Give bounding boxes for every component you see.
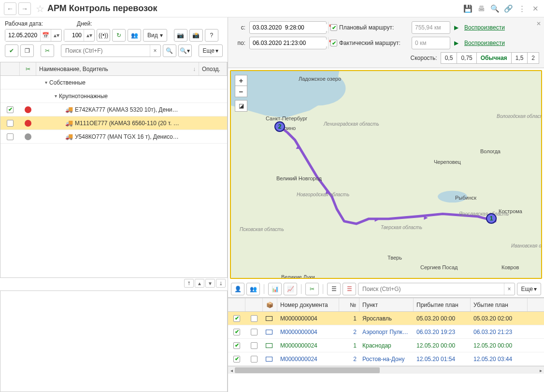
days-spinner[interactable]: ▴▾ bbox=[84, 29, 94, 41]
speed-option[interactable]: 2 bbox=[527, 52, 539, 64]
map-zoom-out[interactable]: − bbox=[235, 86, 247, 97]
col-name[interactable]: Наименование, Водитель bbox=[39, 66, 108, 73]
date-spinner[interactable]: ▴▾ bbox=[51, 29, 61, 41]
group-heavy[interactable]: Крупнотоннажные bbox=[59, 93, 108, 100]
preview-icon[interactable]: 🔍 bbox=[490, 4, 500, 14]
search-input[interactable]: × bbox=[61, 44, 161, 57]
check-all-button[interactable]: ✔ bbox=[5, 44, 18, 57]
row-checkbox[interactable]: ✔ bbox=[233, 329, 240, 335]
scroll-right-arrow[interactable]: ▸ bbox=[537, 366, 544, 374]
col-doc[interactable]: Номер документа bbox=[277, 298, 339, 311]
col-arrival[interactable]: Прибытие план bbox=[414, 298, 471, 311]
work-date-label: Рабочая дата: bbox=[5, 20, 43, 27]
list1-icon[interactable]: ☰ bbox=[327, 283, 341, 295]
play-planned-link[interactable]: Воспроизвести bbox=[464, 24, 505, 31]
tree-nav-bottom[interactable]: ⤓ bbox=[216, 279, 226, 288]
tree-nav-down[interactable]: ▼ bbox=[205, 279, 215, 288]
scroll-left-arrow[interactable]: ◂ bbox=[228, 366, 235, 374]
row-checkbox[interactable] bbox=[7, 133, 14, 140]
speed-option[interactable]: 1,5 bbox=[511, 52, 528, 64]
row-checkbox[interactable]: ✔ bbox=[233, 342, 240, 349]
map-zoom-in[interactable]: + bbox=[235, 75, 247, 86]
speed-option[interactable]: 0,75 bbox=[457, 52, 476, 64]
h-scrollbar[interactable]: ◂ ▸ bbox=[228, 366, 544, 374]
from-datetime-input[interactable]: 📅 bbox=[249, 21, 327, 34]
menu-dots-icon[interactable]: ⋮ bbox=[517, 4, 527, 14]
map-waypoint[interactable]: 2 bbox=[274, 121, 285, 132]
vehicle-row[interactable]: 🚚У548КО777 (MAN TGX 16 т), Денисо… bbox=[0, 130, 227, 144]
link-icon[interactable]: 🔗 bbox=[503, 4, 513, 14]
map-layers-icon[interactable]: ◪ bbox=[235, 100, 247, 112]
row-checkbox2[interactable] bbox=[251, 315, 258, 322]
vehicle-row[interactable]: 🚚М111ОЕ777 (КАМАЗ 6560-110 (20 т. … bbox=[0, 116, 227, 130]
play-icon[interactable]: ▶ bbox=[454, 40, 458, 46]
to-datetime-input[interactable]: 📅 bbox=[249, 37, 327, 49]
col-late[interactable]: Опозд. bbox=[202, 66, 220, 73]
vehicle-row[interactable]: ✔ 🚚Е742КА777 (КАМАЗ 5320 10т), Дени… bbox=[0, 103, 227, 116]
point-row[interactable]: ✔ М0000000004 2 Аэропорт Пулк… 06.03.20 … bbox=[228, 325, 544, 339]
search-go-icon[interactable]: 🔍 bbox=[163, 44, 176, 57]
route-panel-close-icon[interactable]: ✕ bbox=[536, 20, 541, 27]
speed-selector[interactable]: 0,50,75Обычная1,52 bbox=[441, 52, 539, 64]
map-waypoint[interactable]: 1 bbox=[486, 213, 497, 224]
departure-plan: 12.05.20 00:00 bbox=[471, 339, 528, 352]
view-mode-button[interactable]: Вид▾ bbox=[143, 29, 167, 42]
refresh-icon[interactable]: ↻ bbox=[112, 29, 126, 42]
points-search-input[interactable]: × bbox=[358, 283, 515, 295]
point-row[interactable]: ✔ М0000000004 1 Ярославль 05.03.20 00:00… bbox=[228, 312, 544, 325]
work-date-input[interactable]: 📅 ▴▾ bbox=[5, 29, 62, 42]
map-region-label: Тверская область bbox=[381, 225, 422, 230]
col-num[interactable]: № bbox=[339, 298, 359, 311]
row-checkbox[interactable]: ✔ bbox=[233, 356, 240, 363]
col-point[interactable]: Пункт bbox=[359, 298, 414, 311]
tree-nav-top[interactable]: ⤒ bbox=[184, 279, 194, 288]
col-departure[interactable]: Убытие план bbox=[471, 298, 528, 311]
row-checkbox2[interactable] bbox=[251, 342, 258, 349]
doc-number: М0000000004 bbox=[277, 312, 339, 325]
row-checkbox[interactable]: ✔ bbox=[7, 106, 14, 113]
more-actions-button[interactable]: Еще▾ bbox=[199, 44, 223, 57]
signal-icon[interactable]: ((•)) bbox=[97, 29, 110, 42]
search-clear-icon[interactable]: × bbox=[504, 283, 515, 295]
chart1-icon[interactable]: 📊 bbox=[268, 283, 282, 295]
row-checkbox[interactable] bbox=[7, 120, 14, 127]
point-row[interactable]: ✔ М0000000024 2 Ростов-на-Дону 12.05.20 … bbox=[228, 352, 544, 366]
help-icon[interactable]: ? bbox=[205, 29, 218, 42]
row-checkbox2[interactable] bbox=[251, 329, 258, 335]
nav-back-button[interactable]: ← bbox=[4, 2, 16, 15]
planned-route-checkbox[interactable]: ✔Плановый маршрут: bbox=[330, 24, 408, 31]
scroll-thumb[interactable] bbox=[235, 367, 380, 373]
map-region-label: Вологодская область bbox=[497, 114, 542, 119]
group-own[interactable]: Собственные bbox=[49, 79, 86, 86]
search-clear-icon[interactable]: × bbox=[150, 45, 160, 57]
play-icon[interactable]: ▶ bbox=[454, 24, 458, 31]
route-map[interactable]: + − ◪ Санкт-ПетербургВеликий Новг bbox=[230, 70, 542, 279]
route-tool-button[interactable]: ✂ bbox=[41, 44, 54, 57]
days-input[interactable]: ▴▾ bbox=[64, 29, 95, 42]
speed-option[interactable]: 0,5 bbox=[441, 52, 458, 64]
chart2-icon[interactable]: 📈 bbox=[284, 283, 297, 295]
play-actual-link[interactable]: Воспроизвести bbox=[464, 40, 505, 46]
points-more-button[interactable]: Еще▾ bbox=[517, 283, 541, 295]
row-checkbox2[interactable] bbox=[251, 356, 258, 363]
multi-user-icon[interactable]: 👥 bbox=[246, 283, 260, 295]
actual-route-checkbox[interactable]: ✔Фактический маршрут: bbox=[330, 40, 408, 46]
print-icon[interactable]: 🖶 bbox=[476, 4, 486, 14]
row-checkbox[interactable]: ✔ bbox=[233, 315, 240, 322]
snapshot-icon[interactable]: 📸 bbox=[189, 29, 203, 42]
point-row[interactable]: ✔ М0000000024 1 Краснодар 12.05.20 00:00… bbox=[228, 339, 544, 352]
save-icon[interactable]: 💾 bbox=[463, 4, 472, 14]
list2-icon[interactable]: ☰ bbox=[343, 283, 356, 295]
favorite-star-icon[interactable]: ☆ bbox=[36, 3, 44, 15]
search-down-icon[interactable]: 🔍▾ bbox=[178, 44, 192, 57]
tree-nav-up[interactable]: ▲ bbox=[195, 279, 204, 288]
copy-button[interactable]: ❐ bbox=[20, 44, 34, 57]
camera-icon[interactable]: 📷 bbox=[174, 29, 187, 42]
route-tool-icon[interactable]: ✂ bbox=[305, 283, 319, 295]
close-icon[interactable]: ✕ bbox=[530, 4, 540, 14]
speed-option[interactable]: Обычная bbox=[476, 52, 512, 64]
users-icon[interactable]: 👥 bbox=[128, 29, 141, 42]
calendar-icon[interactable]: 📅 bbox=[40, 29, 51, 41]
single-user-icon[interactable]: 👤 bbox=[231, 283, 244, 295]
nav-forward-button[interactable]: → bbox=[18, 2, 31, 15]
